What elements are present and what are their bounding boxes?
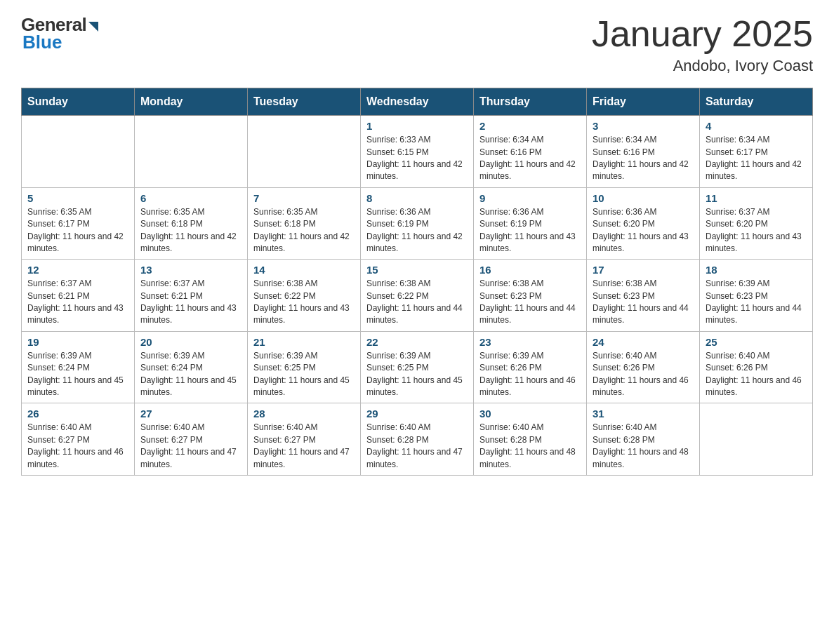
calendar-cell xyxy=(135,116,248,188)
day-info: Sunrise: 6:40 AMSunset: 6:28 PMDaylight:… xyxy=(479,422,581,471)
day-number: 25 xyxy=(706,336,807,348)
calendar-cell: 16Sunrise: 6:38 AMSunset: 6:23 PMDayligh… xyxy=(474,260,587,332)
calendar-cell: 14Sunrise: 6:38 AMSunset: 6:22 PMDayligh… xyxy=(248,260,361,332)
calendar-cell: 23Sunrise: 6:39 AMSunset: 6:26 PMDayligh… xyxy=(474,331,587,403)
day-number: 1 xyxy=(366,120,468,132)
day-number: 4 xyxy=(706,120,807,132)
calendar-cell xyxy=(22,116,135,188)
day-number: 8 xyxy=(366,192,468,204)
calendar-cell: 15Sunrise: 6:38 AMSunset: 6:22 PMDayligh… xyxy=(361,260,474,332)
calendar-cell: 1Sunrise: 6:33 AMSunset: 6:15 PMDaylight… xyxy=(361,116,474,188)
day-info: Sunrise: 6:34 AMSunset: 6:16 PMDaylight:… xyxy=(479,134,581,183)
calendar-cell: 2Sunrise: 6:34 AMSunset: 6:16 PMDaylight… xyxy=(474,116,587,188)
calendar-cell: 30Sunrise: 6:40 AMSunset: 6:28 PMDayligh… xyxy=(474,403,587,476)
weekday-header-monday: Monday xyxy=(135,88,248,116)
day-number: 30 xyxy=(479,408,581,420)
calendar-cell: 31Sunrise: 6:40 AMSunset: 6:28 PMDayligh… xyxy=(587,403,700,476)
day-info: Sunrise: 6:40 AMSunset: 6:26 PMDaylight:… xyxy=(706,350,807,399)
calendar-week-row: 26Sunrise: 6:40 AMSunset: 6:27 PMDayligh… xyxy=(22,403,813,476)
logo-arrow-icon xyxy=(88,22,98,32)
day-number: 31 xyxy=(593,408,694,420)
calendar-cell: 10Sunrise: 6:36 AMSunset: 6:20 PMDayligh… xyxy=(587,187,700,260)
logo: General Blue xyxy=(21,14,98,53)
day-number: 20 xyxy=(140,336,241,348)
calendar-week-row: 5Sunrise: 6:35 AMSunset: 6:17 PMDaylight… xyxy=(22,187,813,260)
day-number: 28 xyxy=(253,408,355,420)
day-info: Sunrise: 6:35 AMSunset: 6:18 PMDaylight:… xyxy=(140,206,241,255)
day-info: Sunrise: 6:34 AMSunset: 6:17 PMDaylight:… xyxy=(706,134,807,183)
day-number: 6 xyxy=(140,192,241,204)
calendar-cell: 4Sunrise: 6:34 AMSunset: 6:17 PMDaylight… xyxy=(700,116,813,188)
calendar-cell: 25Sunrise: 6:40 AMSunset: 6:26 PMDayligh… xyxy=(700,331,813,403)
day-number: 9 xyxy=(479,192,581,204)
title-area: January 2025 Andobo, Ivory Coast xyxy=(592,14,813,75)
calendar-cell: 21Sunrise: 6:39 AMSunset: 6:25 PMDayligh… xyxy=(248,331,361,403)
day-info: Sunrise: 6:35 AMSunset: 6:17 PMDaylight:… xyxy=(27,206,128,255)
day-info: Sunrise: 6:39 AMSunset: 6:23 PMDaylight:… xyxy=(706,278,807,327)
calendar-cell xyxy=(700,403,813,476)
calendar-cell: 26Sunrise: 6:40 AMSunset: 6:27 PMDayligh… xyxy=(22,403,135,476)
day-info: Sunrise: 6:36 AMSunset: 6:19 PMDaylight:… xyxy=(366,206,468,255)
day-info: Sunrise: 6:35 AMSunset: 6:18 PMDaylight:… xyxy=(253,206,355,255)
calendar-cell: 7Sunrise: 6:35 AMSunset: 6:18 PMDaylight… xyxy=(248,187,361,260)
day-info: Sunrise: 6:39 AMSunset: 6:26 PMDaylight:… xyxy=(479,350,581,399)
calendar-table: SundayMondayTuesdayWednesdayThursdayFrid… xyxy=(21,88,813,476)
day-number: 17 xyxy=(593,264,694,276)
calendar-cell: 27Sunrise: 6:40 AMSunset: 6:27 PMDayligh… xyxy=(135,403,248,476)
logo-blue-text: Blue xyxy=(21,32,62,53)
weekday-header-friday: Friday xyxy=(587,88,700,116)
day-number: 14 xyxy=(253,264,355,276)
calendar-week-row: 12Sunrise: 6:37 AMSunset: 6:21 PMDayligh… xyxy=(22,260,813,332)
calendar-cell: 24Sunrise: 6:40 AMSunset: 6:26 PMDayligh… xyxy=(587,331,700,403)
calendar-cell: 3Sunrise: 6:34 AMSunset: 6:16 PMDaylight… xyxy=(587,116,700,188)
weekday-header-row: SundayMondayTuesdayWednesdayThursdayFrid… xyxy=(22,88,813,116)
day-number: 15 xyxy=(366,264,468,276)
calendar-cell xyxy=(248,116,361,188)
day-number: 23 xyxy=(479,336,581,348)
calendar-cell: 12Sunrise: 6:37 AMSunset: 6:21 PMDayligh… xyxy=(22,260,135,332)
calendar-cell: 8Sunrise: 6:36 AMSunset: 6:19 PMDaylight… xyxy=(361,187,474,260)
calendar-cell: 29Sunrise: 6:40 AMSunset: 6:28 PMDayligh… xyxy=(361,403,474,476)
day-number: 18 xyxy=(706,264,807,276)
day-info: Sunrise: 6:36 AMSunset: 6:20 PMDaylight:… xyxy=(593,206,694,255)
weekday-header-wednesday: Wednesday xyxy=(361,88,474,116)
day-number: 3 xyxy=(593,120,694,132)
month-title: January 2025 xyxy=(592,14,813,54)
day-number: 29 xyxy=(366,408,468,420)
day-info: Sunrise: 6:33 AMSunset: 6:15 PMDaylight:… xyxy=(366,134,468,183)
calendar-cell: 18Sunrise: 6:39 AMSunset: 6:23 PMDayligh… xyxy=(700,260,813,332)
day-info: Sunrise: 6:40 AMSunset: 6:27 PMDaylight:… xyxy=(253,422,355,471)
weekday-header-sunday: Sunday xyxy=(22,88,135,116)
day-number: 10 xyxy=(593,192,694,204)
calendar-cell: 13Sunrise: 6:37 AMSunset: 6:21 PMDayligh… xyxy=(135,260,248,332)
calendar-cell: 19Sunrise: 6:39 AMSunset: 6:24 PMDayligh… xyxy=(22,331,135,403)
day-info: Sunrise: 6:38 AMSunset: 6:22 PMDaylight:… xyxy=(253,278,355,327)
calendar-cell: 5Sunrise: 6:35 AMSunset: 6:17 PMDaylight… xyxy=(22,187,135,260)
day-number: 24 xyxy=(593,336,694,348)
day-number: 19 xyxy=(27,336,128,348)
day-info: Sunrise: 6:40 AMSunset: 6:28 PMDaylight:… xyxy=(593,422,694,471)
day-info: Sunrise: 6:40 AMSunset: 6:28 PMDaylight:… xyxy=(366,422,468,471)
day-info: Sunrise: 6:38 AMSunset: 6:23 PMDaylight:… xyxy=(593,278,694,327)
calendar-cell: 28Sunrise: 6:40 AMSunset: 6:27 PMDayligh… xyxy=(248,403,361,476)
calendar-week-row: 19Sunrise: 6:39 AMSunset: 6:24 PMDayligh… xyxy=(22,331,813,403)
day-number: 5 xyxy=(27,192,128,204)
day-info: Sunrise: 6:40 AMSunset: 6:26 PMDaylight:… xyxy=(593,350,694,399)
day-number: 12 xyxy=(27,264,128,276)
calendar-cell: 6Sunrise: 6:35 AMSunset: 6:18 PMDaylight… xyxy=(135,187,248,260)
day-info: Sunrise: 6:40 AMSunset: 6:27 PMDaylight:… xyxy=(27,422,128,471)
day-info: Sunrise: 6:39 AMSunset: 6:25 PMDaylight:… xyxy=(366,350,468,399)
day-info: Sunrise: 6:38 AMSunset: 6:22 PMDaylight:… xyxy=(366,278,468,327)
day-info: Sunrise: 6:39 AMSunset: 6:24 PMDaylight:… xyxy=(140,350,241,399)
day-number: 27 xyxy=(140,408,241,420)
calendar-cell: 11Sunrise: 6:37 AMSunset: 6:20 PMDayligh… xyxy=(700,187,813,260)
calendar-cell: 22Sunrise: 6:39 AMSunset: 6:25 PMDayligh… xyxy=(361,331,474,403)
day-info: Sunrise: 6:36 AMSunset: 6:19 PMDaylight:… xyxy=(479,206,581,255)
day-info: Sunrise: 6:39 AMSunset: 6:25 PMDaylight:… xyxy=(253,350,355,399)
calendar-cell: 17Sunrise: 6:38 AMSunset: 6:23 PMDayligh… xyxy=(587,260,700,332)
location-subtitle: Andobo, Ivory Coast xyxy=(592,57,813,75)
day-number: 21 xyxy=(253,336,355,348)
day-number: 7 xyxy=(253,192,355,204)
calendar-cell: 9Sunrise: 6:36 AMSunset: 6:19 PMDaylight… xyxy=(474,187,587,260)
day-number: 16 xyxy=(479,264,581,276)
